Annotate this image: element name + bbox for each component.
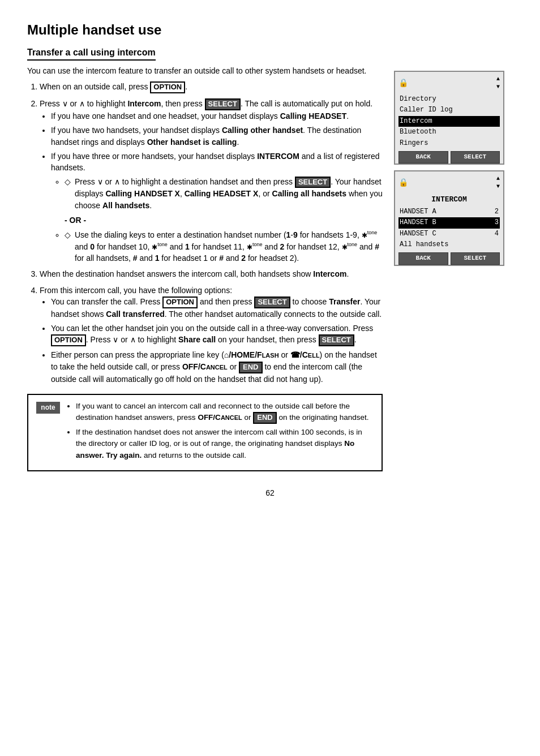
- device-screens: 🔒 ▲ ▼ Directory Caller ID log Intercom B…: [394, 71, 513, 266]
- screen2-all-handsets-label: All handsets: [400, 240, 448, 250]
- option-key-1: OPTION: [150, 81, 185, 93]
- screen2-handset-a-label: HANDSET A: [400, 207, 436, 217]
- step1-text-before: When on an outside call, press: [40, 82, 150, 91]
- end-key-2: END: [253, 412, 276, 424]
- screen1-item-callerid: Caller ID log: [398, 105, 500, 115]
- section-subtitle: Transfer a call using intercom: [27, 46, 156, 61]
- screen2-arrow-down-icon: ▼: [496, 183, 500, 191]
- step2-suffix: . The call is automatically put on hold.: [241, 99, 372, 108]
- intro-paragraph: You can use the intercom feature to tran…: [27, 65, 383, 76]
- note-bullet-2: If the destination handset does not answ…: [76, 427, 374, 461]
- screen2-buttons: BACK SELECT: [398, 252, 500, 265]
- step4-bullet-2: You can let the other handset join you o…: [51, 323, 383, 346]
- step2-bullets: If you have one handset and one headset,…: [51, 110, 383, 264]
- select-key-4: SELECT: [319, 334, 354, 346]
- select-key-3: SELECT: [254, 297, 290, 308]
- page-title: Multiple handset use: [27, 20, 513, 40]
- screen2-row-2: HANDSET B 3: [398, 217, 500, 228]
- steps-list: When on an outside call, press OPTION. P…: [40, 81, 383, 385]
- screen2-arrows: ▲ ▼: [496, 175, 500, 191]
- page-number: 62: [27, 487, 513, 499]
- select-key-2: SELECT: [295, 177, 331, 188]
- step-2: Press ∨ or ∧ to highlight Intercom, then…: [40, 98, 383, 264]
- screen1-back-btn[interactable]: BACK: [398, 151, 448, 164]
- screen2-handset-b-label: HANDSET B: [400, 218, 436, 227]
- screen1-buttons: BACK SELECT: [398, 151, 500, 164]
- step2-diamond-1: Press ∨ or ∧ to highlight a destination …: [65, 176, 383, 211]
- main-content: You can use the intercom feature to tran…: [27, 65, 383, 471]
- select-key-1: SELECT: [205, 98, 241, 110]
- step2-diamond-2: Use the dialing keys to enter a destinat…: [65, 229, 383, 264]
- or-divider: - OR -: [65, 214, 383, 226]
- screen2-row-3: HANDSET C 4: [398, 229, 500, 239]
- screen2-arrow-up-icon: ▲: [496, 175, 500, 183]
- note-box: note If you want to cancel an intercom c…: [27, 394, 383, 471]
- screen1-item-bluetooth: Bluetooth: [398, 127, 500, 138]
- screen2-handset-a-num: 2: [495, 207, 499, 217]
- end-key-1: END: [239, 362, 262, 373]
- screen1-item-ringers: Ringers: [398, 138, 500, 149]
- step1-text-after: .: [185, 82, 187, 91]
- step4-bullet-3: Either person can press the appropriate …: [51, 349, 383, 384]
- step2-prefix: Press ∨ or ∧ to highlight Intercom, then…: [40, 99, 205, 108]
- screen1-item-directory: Directory: [398, 94, 500, 105]
- screen2-handset-c-num: 4: [495, 229, 499, 239]
- arrow-down-icon: ▼: [496, 83, 500, 92]
- screen2-row-4: All handsets: [398, 239, 500, 250]
- note-bullet-1: If you want to cancel an intercom call a…: [76, 401, 374, 424]
- screen2-handset-b-num: 3: [495, 218, 499, 227]
- step-4: From this intercom call, you have the fo…: [40, 285, 383, 385]
- step2-bullet-1: If you have one handset and one headset,…: [51, 110, 383, 122]
- screen1-icon: 🔒: [398, 78, 408, 89]
- note-bullets: If you want to cancel an intercom call a…: [76, 401, 374, 461]
- step4-bullet-1: You can transfer the call. Press OPTION …: [51, 296, 383, 320]
- step-1: When on an outside call, press OPTION.: [40, 81, 383, 93]
- screen2-row-1: HANDSET A 2: [398, 207, 500, 217]
- screen2-icon: 🔒: [398, 177, 408, 188]
- screen1-select-btn[interactable]: SELECT: [451, 151, 500, 164]
- screen1-top-bar: 🔒 ▲ ▼: [398, 75, 500, 92]
- screen2-top-bar: 🔒 ▲ ▼: [398, 175, 500, 191]
- option-key-3: OPTION: [51, 334, 86, 346]
- note-label: note: [36, 402, 60, 414]
- step2-diamond-list-2: Use the dialing keys to enter a destinat…: [65, 229, 383, 264]
- screen2-select-btn[interactable]: SELECT: [451, 252, 500, 265]
- screen2-title: INTERCOM: [398, 194, 500, 207]
- step2-bullet-2: If you have two handsets, your handset d…: [51, 124, 383, 148]
- screen1-item-intercom: Intercom: [398, 116, 500, 127]
- option-key-2: OPTION: [162, 297, 198, 308]
- arrow-up-icon: ▲: [496, 75, 500, 84]
- device-screen-1: 🔒 ▲ ▼ Directory Caller ID log Intercom B…: [394, 71, 504, 165]
- note-content: If you want to cancel an intercom call a…: [67, 401, 374, 465]
- step2-diamond-list: Press ∨ or ∧ to highlight a destination …: [65, 176, 383, 211]
- screen2-back-btn[interactable]: BACK: [398, 252, 448, 265]
- screen2-handset-c-label: HANDSET C: [400, 229, 436, 239]
- step-3: When the destination handset answers the…: [40, 268, 383, 280]
- step2-bullet-3: If you have three or more handsets, your…: [51, 151, 383, 264]
- screen1-arrows: ▲ ▼: [496, 75, 500, 92]
- step4-bullets: You can transfer the call. Press OPTION …: [51, 296, 383, 385]
- device-screen-2: 🔒 ▲ ▼ INTERCOM HANDSET A 2 HANDSET B 3 H…: [394, 170, 504, 266]
